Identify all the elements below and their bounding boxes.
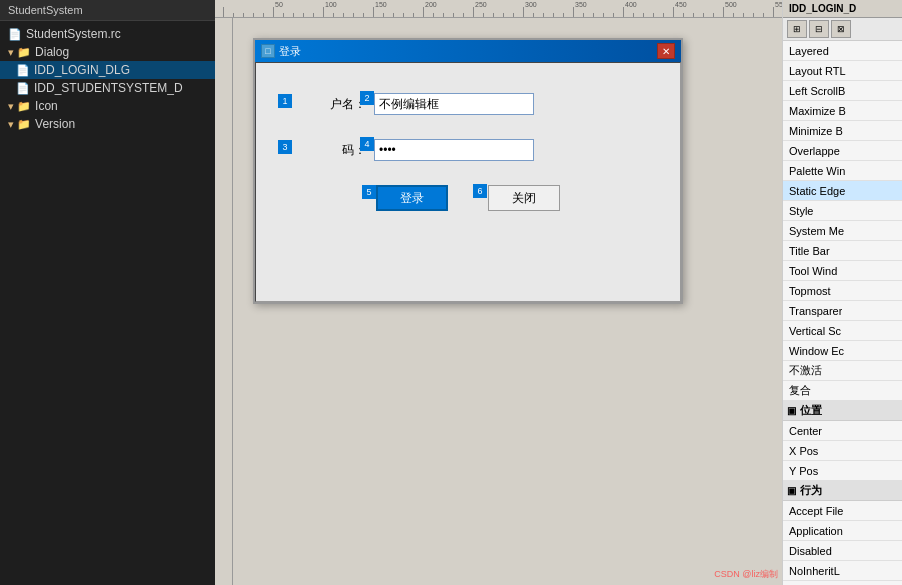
prop-item-label: Y Pos	[789, 465, 818, 477]
prop-item-disabled[interactable]: Disabled	[783, 541, 902, 561]
tree-item-idd_studentsystem[interactable]: 📄 IDD_STUDENTSYSTEM_D	[0, 79, 215, 97]
tree-item-studentrc[interactable]: 📄 StudentSystem.rc	[0, 25, 215, 43]
ruler-left	[215, 18, 233, 585]
dialog-body: 1 户名： 2	[255, 62, 681, 302]
prop-item-layout-rtl[interactable]: Layout RTL	[783, 61, 902, 81]
prop-item-label: Layered	[789, 45, 829, 57]
prop-item-label: Transparer	[789, 305, 842, 317]
toolbar-format-button[interactable]: ⊠	[831, 20, 851, 38]
prop-item-vertical-sc[interactable]: Vertical Sc	[783, 321, 902, 341]
prop-item-label: Layout RTL	[789, 65, 846, 77]
tree-item-icon[interactable]: ▾ 📁 Icon	[0, 97, 215, 115]
file-icon: 📄	[8, 28, 22, 41]
prop-item-label: Window Ec	[789, 345, 844, 357]
canvas-area: □ 登录 ✕ 1 户名：	[215, 18, 782, 585]
prop-item-label: Palette Win	[789, 165, 845, 177]
dialog-titlebar: □ 登录 ✕	[255, 40, 681, 62]
main-area: 50100150200250300350400450500550600 □ 登录…	[215, 0, 782, 585]
prop-item-label: Tool Wind	[789, 265, 837, 277]
prop-item-label: Application	[789, 525, 843, 537]
section-collapse-icon[interactable]: ▣	[787, 405, 796, 416]
prop-item-label: Disabled	[789, 545, 832, 557]
login-button[interactable]: 5 登录	[376, 185, 448, 211]
folder-icon: ▾ 📁	[8, 118, 31, 131]
password-input-badge: 4	[360, 137, 374, 151]
file-icon: 📄	[16, 82, 30, 95]
prop-section-行为: ▣行为	[783, 481, 902, 501]
prop-item-label: 复合	[789, 383, 811, 398]
prop-item-static-edge[interactable]: Static Edge	[783, 181, 902, 201]
username-input-wrapper: 2	[374, 93, 640, 115]
prop-item-title-bar[interactable]: Title Bar	[783, 241, 902, 261]
folder-icon: ▾ 📁	[8, 46, 31, 59]
login-button-badge: 5	[362, 185, 376, 199]
tree-item-dialog[interactable]: ▾ 📁 Dialog	[0, 43, 215, 61]
prop-item-y-pos[interactable]: Y Pos	[783, 461, 902, 481]
username-label: 1 户名：	[296, 96, 366, 113]
ruler-top-inner: 50100150200250300350400450500550600	[215, 0, 782, 17]
tree-item-version[interactable]: ▾ 📁 Version	[0, 115, 215, 133]
prop-item-application[interactable]: Application	[783, 521, 902, 541]
toolbar-grid-button[interactable]: ⊞	[787, 20, 807, 38]
prop-item-left-scrollb[interactable]: Left ScrollB	[783, 81, 902, 101]
toolbar-snap-button[interactable]: ⊟	[809, 20, 829, 38]
section-collapse-icon[interactable]: ▣	[787, 485, 796, 496]
username-input-badge: 2	[360, 91, 374, 105]
prop-item-layered[interactable]: Layered	[783, 41, 902, 61]
close-button-badge: 6	[473, 184, 487, 198]
ruler-top: 50100150200250300350400450500550600	[215, 0, 782, 18]
prop-item-label: Title Bar	[789, 245, 830, 257]
prop-item-center[interactable]: Center	[783, 421, 902, 441]
prop-item-label: Vertical Sc	[789, 325, 841, 337]
right-panel: IDD_LOGIN_D ⊞ ⊟ ⊠ LayeredLayout RTLLeft …	[782, 0, 902, 585]
prop-item-label: Overlappe	[789, 145, 840, 157]
prop-section-label: 位置	[800, 403, 822, 418]
prop-item-label: Maximize B	[789, 105, 846, 117]
prop-item-maximize-b[interactable]: Maximize B	[783, 101, 902, 121]
left-panel: StudentSystem 📄 StudentSystem.rc▾ 📁 Dial…	[0, 0, 215, 585]
prop-item-system-me[interactable]: System Me	[783, 221, 902, 241]
prop-section-label: 行为	[800, 483, 822, 498]
button-row: 5 登录 6 关闭	[296, 185, 640, 211]
property-list: LayeredLayout RTLLeft ScrollBMaximize BM…	[783, 41, 902, 581]
prop-item-window-ec[interactable]: Window Ec	[783, 341, 902, 361]
prop-item-label: Style	[789, 205, 813, 217]
watermark: CSDN @liz编制	[714, 568, 778, 581]
tree-item-idd_login_dlg[interactable]: 📄 IDD_LOGIN_DLG	[0, 61, 215, 79]
prop-item-minimize-b[interactable]: Minimize B	[783, 121, 902, 141]
prop-item-label: Accept File	[789, 505, 843, 517]
username-input[interactable]	[374, 93, 534, 115]
dialog-title-icon: □	[261, 44, 275, 58]
prop-item-label: NoInheritL	[789, 565, 840, 577]
prop-item-label: Topmost	[789, 285, 831, 297]
prop-item-transparer[interactable]: Transparer	[783, 301, 902, 321]
prop-item-不激活[interactable]: 不激活	[783, 361, 902, 381]
prop-item-accept-file[interactable]: Accept File	[783, 501, 902, 521]
left-panel-title: StudentSystem	[8, 4, 83, 16]
password-label-badge: 3	[278, 140, 292, 154]
username-label-badge: 1	[278, 94, 292, 108]
prop-item-palette-win[interactable]: Palette Win	[783, 161, 902, 181]
prop-item-x-pos[interactable]: X Pos	[783, 441, 902, 461]
prop-item-label: X Pos	[789, 445, 818, 457]
folder-icon: ▾ 📁	[8, 100, 31, 113]
file-icon: 📄	[16, 64, 30, 77]
dialog-close-button[interactable]: ✕	[657, 43, 675, 59]
prop-item-overlappe[interactable]: Overlappe	[783, 141, 902, 161]
prop-item-noinheritl[interactable]: NoInheritL	[783, 561, 902, 581]
tree-container: 📄 StudentSystem.rc▾ 📁 Dialog📄 IDD_LOGIN_…	[0, 21, 215, 137]
prop-item-label: System Me	[789, 225, 844, 237]
prop-item-复合[interactable]: 复合	[783, 381, 902, 401]
left-panel-header: StudentSystem	[0, 0, 215, 21]
close-button[interactable]: 6 关闭	[488, 185, 560, 211]
dialog-window: □ 登录 ✕ 1 户名：	[253, 38, 683, 304]
prop-item-label: Minimize B	[789, 125, 843, 137]
prop-item-tool-wind[interactable]: Tool Wind	[783, 261, 902, 281]
dialog-title: 登录	[279, 44, 301, 59]
prop-item-label: Center	[789, 425, 822, 437]
prop-item-style[interactable]: Style	[783, 201, 902, 221]
password-input[interactable]	[374, 139, 534, 161]
username-row: 1 户名： 2	[296, 93, 640, 115]
prop-item-topmost[interactable]: Topmost	[783, 281, 902, 301]
prop-section-位置: ▣位置	[783, 401, 902, 421]
